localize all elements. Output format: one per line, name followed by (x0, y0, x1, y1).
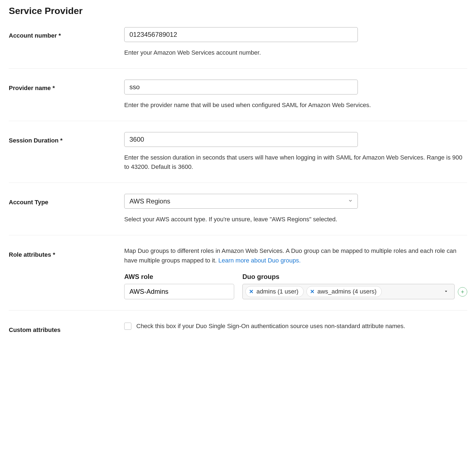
dropdown-caret-icon[interactable] (441, 288, 452, 295)
field-provider-name: Provider name * Enter the provider name … (9, 80, 467, 121)
custom-attributes-label: Custom attributes (9, 322, 124, 334)
session-duration-input[interactable] (124, 132, 358, 147)
learn-more-link[interactable]: Learn more about Duo groups. (218, 257, 301, 264)
remove-tag-icon[interactable]: ✕ (310, 288, 315, 295)
session-duration-label: Session Duration * (9, 132, 124, 144)
account-type-label: Account Type (9, 194, 124, 206)
aws-role-input[interactable] (124, 284, 234, 299)
add-role-mapping-button[interactable] (458, 287, 467, 297)
field-account-number: Account number * Enter your Amazon Web S… (9, 27, 467, 69)
account-type-select[interactable]: AWS Regions (124, 194, 358, 209)
account-type-help: Select your AWS account type. If you're … (124, 215, 467, 224)
provider-name-input[interactable] (124, 80, 358, 94)
custom-attributes-checkbox-label: Check this box if your Duo Single Sign-O… (136, 322, 405, 331)
aws-role-heading: AWS role (124, 273, 234, 281)
role-attributes-label: Role attributes * (9, 246, 124, 258)
duo-groups-select[interactable]: ✕ admins (1 user) ✕ aws_admins (4 users) (242, 284, 455, 299)
provider-name-label: Provider name * (9, 80, 124, 92)
account-number-label: Account number * (9, 27, 124, 39)
field-account-type: Account Type AWS Regions Select your AWS… (9, 194, 467, 235)
session-duration-help: Enter the session duration in seconds th… (124, 153, 467, 172)
duo-group-tag: ✕ aws_admins (4 users) (306, 286, 382, 297)
field-session-duration: Session Duration * Enter the session dur… (9, 132, 467, 183)
custom-attributes-checkbox[interactable] (124, 323, 131, 330)
remove-tag-icon[interactable]: ✕ (249, 288, 254, 295)
field-custom-attributes: Custom attributes Check this box if your… (9, 322, 467, 339)
account-number-help: Enter your Amazon Web Services account n… (124, 48, 467, 57)
duo-group-tag: ✕ admins (1 user) (245, 286, 304, 297)
tag-label: aws_admins (4 users) (317, 288, 377, 295)
account-number-input[interactable] (124, 27, 358, 42)
provider-name-help: Enter the provider name that will be use… (124, 100, 467, 110)
section-title: Service Provider (9, 5, 467, 16)
svg-marker-0 (445, 291, 447, 292)
role-attributes-description: Map Duo groups to different roles in Ama… (124, 246, 467, 265)
tag-label: admins (1 user) (256, 288, 298, 295)
field-role-attributes: Role attributes * Map Duo groups to diff… (9, 246, 467, 310)
duo-groups-heading: Duo groups (242, 273, 455, 281)
